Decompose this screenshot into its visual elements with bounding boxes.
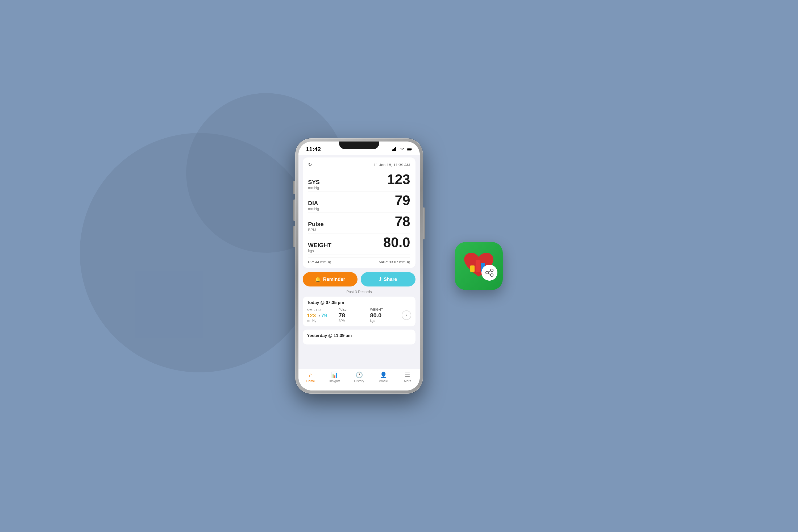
nav-history[interactable]: 🕐 History xyxy=(347,372,371,383)
nav-more[interactable]: ☰ More xyxy=(396,372,420,383)
svg-rect-0 xyxy=(392,150,393,151)
record-weight: 80.0 xyxy=(370,312,397,319)
phone: 11:42 xyxy=(295,138,423,394)
record-2-time: Yesterday @ 11:39 am xyxy=(307,333,411,338)
record-1-time: Today @ 07:35 pm xyxy=(307,300,411,305)
dia-value: 79 xyxy=(395,193,410,207)
phone-btn-mute xyxy=(293,181,295,194)
nav-history-label: History xyxy=(354,379,364,383)
weight-metric-unit: kgs xyxy=(370,319,397,323)
pulse-metric-label: Pulse xyxy=(339,308,366,311)
svg-point-10 xyxy=(491,269,493,271)
svg-point-11 xyxy=(486,271,488,274)
svg-rect-5 xyxy=(412,149,412,150)
svg-rect-2 xyxy=(394,148,395,151)
nav-profile-label: Profile xyxy=(379,379,388,383)
reading-datetime: 11 Jan 18, 11:39 AM xyxy=(374,163,410,167)
card-header: ↻ 11 Jan 18, 11:39 AM xyxy=(308,162,410,168)
nav-insights-label: Insights xyxy=(329,379,340,383)
phone-btn-vol-up xyxy=(293,200,295,221)
bp-unit: mmHg xyxy=(307,319,334,322)
status-icons xyxy=(392,147,412,151)
signal-icon xyxy=(392,147,397,151)
bottom-nav: ⌂ Home 📊 Insights 🕐 History 👤 Profile ☰ xyxy=(299,369,420,391)
reading-card: ↻ 11 Jan 18, 11:39 AM SYS mmHg 123 xyxy=(303,157,416,268)
dia-unit: mmHg xyxy=(308,207,319,211)
svg-rect-1 xyxy=(393,149,394,151)
more-icon: ☰ xyxy=(405,372,410,379)
home-icon: ⌂ xyxy=(309,372,312,379)
svg-line-13 xyxy=(488,271,491,272)
sys-unit: mmHg xyxy=(308,186,320,190)
card-footer: PP: 44 mmHg MAP: 93.67 mmHg xyxy=(308,258,410,264)
share-overlay xyxy=(481,265,497,281)
bp-value-display: 123→79 xyxy=(307,312,334,319)
nav-more-label: More xyxy=(404,379,411,383)
phone-btn-vol-down xyxy=(293,226,295,247)
sys-label: SYS xyxy=(308,179,320,186)
scene: 11:42 xyxy=(295,138,503,394)
record-card-2[interactable]: Yesterday @ 11:39 am xyxy=(303,329,416,344)
weight-label: WEIGHT xyxy=(308,242,331,249)
refresh-icon[interactable]: ↻ xyxy=(308,162,312,168)
svg-rect-3 xyxy=(395,147,396,151)
share-button[interactable]: ⤴ Share xyxy=(361,272,416,286)
record-1-metrics: SYS - DIA 123→79 mmHg Pulse 78 BPM xyxy=(307,308,411,323)
sys-value: 123 xyxy=(387,172,410,186)
record-1-chevron[interactable]: › xyxy=(402,310,411,320)
profile-icon: 👤 xyxy=(380,372,387,379)
record-sys: 123 xyxy=(307,312,316,318)
sys-row: SYS mmHg 123 xyxy=(308,171,410,192)
record-pulse: 78 xyxy=(339,312,366,319)
svg-line-14 xyxy=(488,273,491,274)
svg-rect-7 xyxy=(470,265,475,272)
app-icon-inner xyxy=(460,250,497,282)
weight-metric-label: WEIGHT xyxy=(370,308,397,311)
past-records-label: Past 3 Records xyxy=(299,290,420,294)
bp-metric-label: SYS - DIA xyxy=(307,308,334,312)
dia-label: DIA xyxy=(308,200,319,207)
app-icon xyxy=(455,242,503,290)
share-label: Share xyxy=(384,277,397,282)
wifi-icon xyxy=(400,147,405,151)
phone-btn-power xyxy=(423,208,425,240)
record-dia: 79 xyxy=(321,312,327,318)
pulse-unit: BPM xyxy=(308,228,324,232)
pp-value: PP: 44 mmHg xyxy=(308,260,331,264)
weight-value: 80.0 xyxy=(383,235,410,249)
battery-icon xyxy=(407,147,412,151)
share-symbol xyxy=(485,268,494,277)
pulse-value: 78 xyxy=(395,214,410,228)
nav-home-label: Home xyxy=(306,379,315,383)
pulse-label: Pulse xyxy=(308,221,324,228)
pulse-row: Pulse BPM 78 xyxy=(308,213,410,234)
map-value: MAP: 93.67 mmHg xyxy=(379,260,410,264)
nav-insights[interactable]: 📊 Insights xyxy=(323,372,347,383)
weight-row: WEIGHT kgs 80.0 xyxy=(308,234,410,255)
svg-rect-8 xyxy=(476,260,480,272)
svg-point-12 xyxy=(491,274,493,277)
svg-rect-6 xyxy=(407,148,411,150)
record-card-1[interactable]: Today @ 07:35 pm SYS - DIA 123→79 mmHg P… xyxy=(303,297,416,326)
share-icon: ⤴ xyxy=(379,277,381,282)
reminder-label: Reminder xyxy=(323,277,345,282)
action-buttons: 🔔 Reminder ⤴ Share xyxy=(303,272,416,286)
weight-unit: kgs xyxy=(308,249,331,253)
insights-icon: 📊 xyxy=(331,372,338,379)
reminder-button[interactable]: 🔔 Reminder xyxy=(303,272,358,286)
nav-profile[interactable]: 👤 Profile xyxy=(371,372,396,383)
bell-icon: 🔔 xyxy=(315,277,321,282)
scroll-content: ↻ 11 Jan 18, 11:39 AM SYS mmHg 123 xyxy=(299,155,420,369)
status-time: 11:42 xyxy=(306,146,321,153)
notch xyxy=(339,141,379,149)
history-icon: 🕐 xyxy=(356,372,363,379)
phone-screen: 11:42 xyxy=(299,141,420,391)
nav-home[interactable]: ⌂ Home xyxy=(299,372,323,383)
pulse-metric-unit: BPM xyxy=(339,319,366,323)
dia-row: DIA mmHg 79 xyxy=(308,192,410,213)
